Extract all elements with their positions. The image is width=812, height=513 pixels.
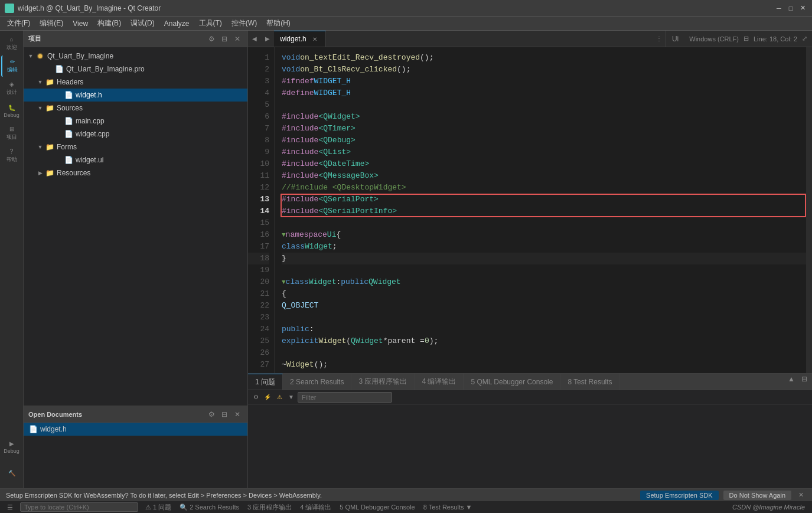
menu-tools[interactable]: 工具(T) [194, 17, 227, 30]
menu-controls[interactable]: 控件(W) [227, 17, 262, 30]
fold-20[interactable]: ▼ [282, 276, 286, 288]
setup-sdk-button[interactable]: Setup Emscripten SDK [640, 491, 719, 500]
tab-ui[interactable]: Ui [666, 31, 684, 47]
tree-item-pro[interactable]: ▶ 📄 Qt_Uart_By_Imagine.pro [24, 63, 247, 76]
open-docs-split[interactable]: ⊟ [219, 409, 230, 420]
bt-settings-icon[interactable]: ⚙ [250, 392, 261, 403]
tab-qml-debugger[interactable]: 5 QML Debugger Console [464, 374, 560, 390]
widget-ui-label: widget.ui [76, 156, 103, 164]
split-editor-btn[interactable]: ⊟ [743, 35, 749, 43]
tab-prev-button[interactable]: ◀ [248, 31, 261, 47]
tab-search-results[interactable]: 2 Search Results [283, 374, 351, 390]
line-numbers: 1 2 3 4 5 6 7 8 9 10 11 12 13 14 15 16 1… [248, 47, 275, 373]
dismiss-button[interactable]: Do Not Show Again [723, 491, 791, 500]
tab-spacer [326, 31, 653, 47]
close-button[interactable]: ✕ [798, 4, 807, 13]
bottom-tabs: 1 问题 2 Search Results 3 应用程序输出 4 编译输出 5 … [248, 374, 812, 390]
pro-label: Qt_Uart_By_Imagine.pro [66, 65, 145, 73]
tab-widget-h-label: widget.h [280, 35, 306, 43]
tree-item-root[interactable]: ▼ Qt_Uart_By_Imagine [24, 50, 247, 63]
tab-close-button[interactable]: ✕ [310, 34, 319, 44]
forms-folder-icon: 📁 [45, 142, 54, 152]
sidebar-debug-bottom[interactable]: ▶ Debug [1, 436, 22, 458]
pro-file-icon: 📄 [54, 64, 64, 74]
sidebar-debug-top[interactable]: 🐛 Debug [1, 100, 22, 122]
bt-filter-icon[interactable]: ▼ [286, 392, 296, 403]
tree-item-widget-ui[interactable]: ▶ 📄 widget.ui [24, 153, 247, 166]
compile-item[interactable]: 4 编译输出 [296, 501, 335, 513]
highlighted-include-block: #include <QSerialPort> #include <QSerial… [282, 194, 806, 217]
test-item[interactable]: 8 Test Results ▼ [420, 501, 476, 513]
tree-item-headers-folder[interactable]: ▼ 📁 Headers [24, 76, 247, 89]
tab-issues[interactable]: 1 问题 [248, 374, 283, 390]
code-content[interactable]: void on_textEdit_Recv_destroyed(); void … [275, 47, 806, 373]
tree-item-widget-h[interactable]: ▶ 📄 widget.h [24, 89, 247, 102]
sidebar-help[interactable]: ? 帮助 [1, 145, 22, 166]
qml-item[interactable]: 5 QML Debugger Console [336, 501, 418, 513]
watermark: CSDN @Imagine Miracle [729, 501, 808, 513]
menu-analyze[interactable]: Analyze [159, 18, 194, 29]
editor-tabs: ◀ ▶ widget.h ✕ ⋮ Ui Windows (CRLF) ⊟ Lin… [248, 31, 812, 47]
tree-item-sources-folder[interactable]: ▼ 📁 Sources [24, 102, 247, 115]
bottom-expand-btn[interactable]: ⊟ [799, 374, 810, 384]
bottom-collapse-btn[interactable]: ▲ [786, 374, 797, 384]
filter-button[interactable]: ⚙ [206, 34, 217, 44]
minimize-button[interactable]: ─ [774, 4, 784, 13]
bottom-tabs-spacer [620, 374, 786, 390]
open-docs-filter[interactable]: ⚙ [206, 409, 217, 420]
notification-close-icon[interactable]: ✕ [796, 491, 806, 499]
tab-compile[interactable]: 4 编译输出 [415, 374, 464, 390]
locate-input[interactable] [20, 502, 138, 512]
compile-label: 4 编译输出 [422, 377, 456, 387]
tree-item-main-cpp[interactable]: ▶ 📄 main.cpp [24, 115, 247, 128]
tab-test-results[interactable]: 8 Test Results [560, 374, 619, 390]
resources-label: Resources [57, 169, 90, 177]
sidebar-projects[interactable]: ⊞ 项目 [1, 123, 22, 144]
filter-input[interactable] [298, 392, 392, 403]
open-doc-widget-h[interactable]: 📄 widget.h [24, 423, 247, 436]
tab-widget-h[interactable]: widget.h ✕ [274, 31, 326, 47]
code-line-1: void on_textEdit_Recv_destroyed(); [282, 52, 806, 64]
edit-icon: ✏ [10, 58, 15, 65]
sidebar-design[interactable]: ◈ 设计 [1, 78, 22, 99]
menu-edit[interactable]: 编辑(E) [35, 17, 68, 30]
open-docs-close[interactable]: ✕ [232, 409, 243, 420]
tree-item-forms-folder[interactable]: ▼ 📁 Forms [24, 140, 247, 153]
menu-view[interactable]: View [68, 18, 93, 29]
qml-count: 5 QML Debugger Console [340, 504, 415, 511]
app-output-item[interactable]: 3 应用程序输出 [244, 501, 295, 513]
code-line-17: class Widget; [282, 241, 806, 253]
editor-scrollbar[interactable] [806, 47, 812, 373]
menu-help[interactable]: 帮助(H) [262, 17, 295, 30]
menu-build[interactable]: 构建(B) [93, 17, 126, 30]
tab-app-output[interactable]: 3 应用程序输出 [351, 374, 415, 390]
sidebar-build[interactable]: 🔨 [1, 462, 22, 483]
close-panel-button[interactable]: ✕ [232, 34, 243, 44]
fold-16[interactable]: ▼ [282, 229, 286, 241]
sidebar-toggle[interactable]: ☰ [4, 501, 17, 513]
split-button[interactable]: ⊟ [219, 34, 230, 44]
tree-item-widget-cpp[interactable]: ▶ 📄 widget.cpp [24, 128, 247, 140]
code-line-27: ~Widget(); [282, 359, 806, 371]
ui-file-icon: 📄 [64, 155, 73, 165]
bt-warning-icon[interactable]: ⚠ [274, 392, 285, 403]
menu-debug[interactable]: 调试(D) [126, 17, 159, 30]
maximize-button[interactable]: □ [786, 4, 795, 13]
bt-filter-apply-icon[interactable]: ⚡ [262, 392, 273, 403]
menu-file[interactable]: 文件(F) [2, 17, 35, 30]
tree-item-resources-folder[interactable]: ▶ 📁 Resources [24, 166, 247, 179]
search-results-item[interactable]: 🔍 2 Search Results [176, 501, 243, 513]
status-bar: Setup Emscripten SDK for WebAssembly? To… [0, 488, 812, 513]
issues-count-item[interactable]: ⚠ 1 问题 [142, 501, 175, 513]
headers-arrow-icon: ▼ [35, 77, 45, 87]
expand-btn[interactable]: ⤢ [802, 35, 807, 43]
sidebar-edit[interactable]: ✏ 编辑 [1, 55, 22, 77]
code-line-11: #include <QMessageBox> [282, 170, 806, 182]
code-line-6: #include <QWidget> [282, 111, 806, 123]
code-line-9: #include <QList> [282, 146, 806, 158]
tab-next-button[interactable]: ▶ [261, 31, 274, 47]
code-editor[interactable]: 1 2 3 4 5 6 7 8 9 10 11 12 13 14 15 16 1… [248, 47, 812, 373]
tab-options-button[interactable]: ⋮ [653, 31, 666, 47]
bottom-content [248, 404, 812, 488]
sidebar-welcome[interactable]: ⌂ 欢迎 [1, 33, 22, 54]
